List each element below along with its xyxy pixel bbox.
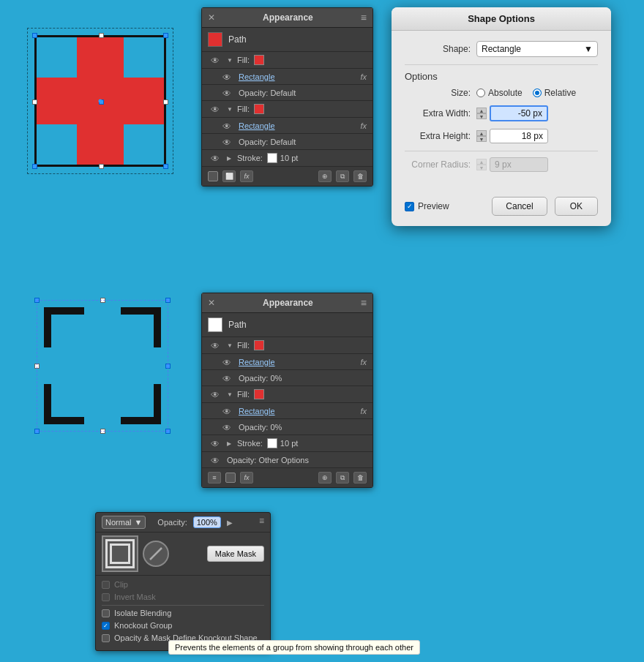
- spinner-height-up[interactable]: ▲: [476, 130, 487, 136]
- radio-relative[interactable]: Relative: [533, 88, 576, 98]
- fill1-swatch-bottom[interactable]: [254, 340, 264, 350]
- extra-height-row: Extra Height: ▲ ▼: [405, 129, 598, 143]
- panel-menu-top[interactable]: ≡: [361, 12, 367, 23]
- stroke-swatch-bottom[interactable]: [267, 438, 277, 448]
- isolate-label: Isolate Blending: [114, 609, 171, 617]
- bracket-shape: [37, 300, 168, 432]
- fill2-swatch-bottom[interactable]: [254, 389, 264, 399]
- radio-absolute[interactable]: Absolute: [476, 88, 523, 98]
- extra-width-row: Extra Width: ▲ ▼: [405, 105, 598, 121]
- eye-b8[interactable]: 👁: [211, 456, 222, 464]
- eye-icon-7[interactable]: 👁: [211, 154, 222, 162]
- eye-icon-1[interactable]: 👁: [211, 56, 222, 64]
- eye-icon-5[interactable]: 👁: [222, 121, 234, 130]
- eye-b5[interactable]: 👁: [222, 407, 234, 415]
- triangle-1[interactable]: ▼: [227, 57, 234, 64]
- stroke-value-bottom: 10 pt: [280, 439, 298, 448]
- panel-title-bottom: Appearance: [263, 298, 313, 308]
- opacity-mask-checkbox[interactable]: [102, 634, 110, 642]
- chevron-down-icon: ▼: [584, 44, 593, 54]
- fx2-label-top: fx: [360, 121, 367, 130]
- eye-icon-6[interactable]: 👁: [222, 138, 234, 146]
- eye-b7[interactable]: 👁: [211, 439, 222, 448]
- extra-height-input[interactable]: [490, 129, 548, 143]
- blend-mode-value: Normal: [105, 518, 131, 527]
- eye-b1[interactable]: 👁: [211, 341, 222, 350]
- make-mask-button[interactable]: Make Mask: [207, 546, 264, 562]
- rect2-link-top[interactable]: Rectangle: [239, 121, 275, 130]
- transparency-panel: ≡ Normal ▼ Opacity: ▶ Make Mask Clip Inv…: [95, 512, 271, 651]
- add-icon[interactable]: ⊕: [318, 170, 332, 182]
- extra-width-input[interactable]: [490, 105, 548, 121]
- clip-checkbox[interactable]: [102, 581, 110, 589]
- isolate-checkbox[interactable]: [102, 609, 110, 617]
- opacity-label: Opacity:: [157, 518, 187, 527]
- cancel-button[interactable]: Cancel: [492, 197, 547, 216]
- shape-select[interactable]: Rectangle ▼: [476, 41, 598, 57]
- add-icon-b[interactable]: ⊕: [318, 472, 332, 484]
- chevron-blend: ▼: [134, 518, 142, 527]
- fx-icon[interactable]: fx: [240, 170, 253, 182]
- eye-icon-2[interactable]: 👁: [222, 72, 234, 81]
- lines-icon[interactable]: ≡: [208, 472, 221, 484]
- preview-check[interactable]: ✓ Preview: [405, 201, 484, 211]
- opacity2-row-bottom: 👁 Opacity: 0%: [202, 419, 372, 435]
- spinner-down[interactable]: ▼: [476, 113, 487, 119]
- path-label-top: Path: [228, 34, 247, 45]
- panel-menu-bottom[interactable]: ≡: [361, 297, 367, 309]
- panel-close-bottom[interactable]: ✕: [208, 298, 215, 308]
- opacity1-row-bottom: 👁 Opacity: 0%: [202, 370, 372, 386]
- delete-icon[interactable]: 🗑: [353, 170, 367, 182]
- extra-height-spinner: ▲ ▼: [476, 130, 487, 142]
- copy-icon-b[interactable]: ⧉: [336, 472, 349, 484]
- invert-checkbox[interactable]: [102, 593, 110, 601]
- spinner-height-down[interactable]: ▼: [476, 136, 487, 142]
- eye-b6[interactable]: 👁: [222, 423, 234, 432]
- opacity-input[interactable]: [193, 516, 221, 528]
- eye-b4[interactable]: 👁: [211, 390, 222, 399]
- eye-b2[interactable]: 👁: [222, 358, 234, 366]
- footer-check-bottom[interactable]: [225, 473, 236, 483]
- rect1-link-bottom[interactable]: Rectangle: [239, 358, 275, 366]
- eye-icon-4[interactable]: 👁: [211, 105, 222, 113]
- absolute-label: Absolute: [488, 88, 523, 98]
- extra-width-label: Extra Width:: [405, 108, 471, 119]
- mask-frame-icon[interactable]: [102, 535, 138, 572]
- panel-close-top[interactable]: ✕: [208, 12, 215, 23]
- tri-b1[interactable]: ▼: [227, 342, 234, 349]
- radio-circle-absolute: [476, 89, 485, 97]
- trans-menu[interactable]: ≡: [259, 516, 264, 526]
- delete-icon-b[interactable]: 🗑: [353, 472, 367, 484]
- rect1-link-top[interactable]: Rectangle: [239, 72, 275, 81]
- triangle-3[interactable]: ▶: [227, 155, 234, 162]
- preview-checkbox[interactable]: ✓: [405, 202, 414, 211]
- slash-icon[interactable]: [143, 541, 169, 567]
- corner-spinner: ▲ ▼: [476, 159, 487, 170]
- fx1-bottom: fx: [360, 358, 367, 366]
- copy-icon[interactable]: ⧉: [336, 170, 349, 182]
- ok-button[interactable]: OK: [555, 197, 598, 216]
- blend-mode-select[interactable]: Normal ▼: [102, 516, 146, 529]
- spinner-up[interactable]: ▲: [476, 108, 487, 113]
- new-art-icon[interactable]: ⬜: [222, 170, 236, 182]
- stroke-swatch-top[interactable]: [267, 153, 277, 163]
- tri-b3[interactable]: ▶: [227, 440, 234, 447]
- arrow-right[interactable]: ▶: [227, 519, 233, 527]
- footer-check-top[interactable]: [208, 171, 218, 181]
- rect2-link-bottom[interactable]: Rectangle: [239, 407, 275, 415]
- eye-icon-3[interactable]: 👁: [222, 89, 234, 97]
- eye-b3[interactable]: 👁: [222, 374, 234, 383]
- fill2-swatch-top[interactable]: [254, 104, 264, 114]
- corner-down[interactable]: ▼: [476, 165, 487, 170]
- panel-footer-top: ⬜ fx ⊕ ⧉ 🗑: [202, 167, 372, 186]
- corner-up[interactable]: ▲: [476, 159, 487, 165]
- rect2-row-top: 👁 Rectangle fx: [202, 118, 372, 134]
- knockout-row: ✓ Knockout Group: [102, 621, 264, 630]
- knockout-checkbox[interactable]: ✓: [102, 622, 110, 630]
- clip-row: Clip: [102, 580, 264, 589]
- fx-icon-b[interactable]: fx: [240, 472, 253, 484]
- path-label-bottom: Path: [228, 320, 247, 330]
- triangle-2[interactable]: ▼: [227, 106, 234, 113]
- fill1-swatch-top[interactable]: [254, 55, 264, 65]
- tri-b2[interactable]: ▼: [227, 391, 234, 398]
